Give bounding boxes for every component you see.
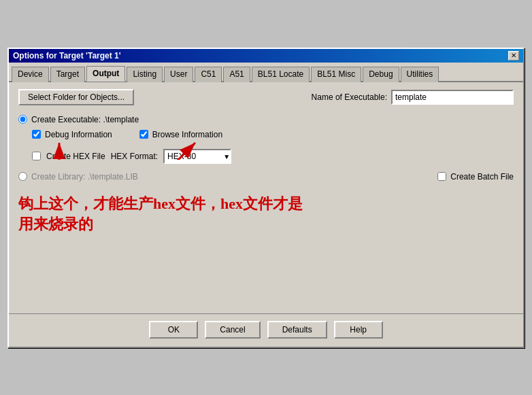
library-batch-section: Create Library: .\template.LIB Create Ba…: [18, 172, 514, 182]
top-row: Select Folder for Objects... Name of Exe…: [18, 89, 514, 105]
select-folder-button[interactable]: Select Folder for Objects...: [18, 89, 134, 105]
browse-info-checkbox[interactable]: [139, 130, 148, 139]
hex-format-row: Create HEX File HEX Format: HEX-80 HEX-3…: [32, 149, 514, 164]
cancel-button[interactable]: Cancel: [205, 321, 260, 339]
title-bar-buttons: ✕: [508, 51, 519, 61]
executable-name-input[interactable]: [391, 90, 514, 105]
create-executable-radio-row: Create Executable: .\template: [18, 115, 514, 124]
annotation-area: 钩上这个，才能生产hex文件，hex文件才是 用来烧录的: [18, 194, 514, 236]
title-bar: Options for Target 'Target 1' ✕: [9, 49, 523, 63]
create-library-label: Create Library: .\template.LIB: [31, 172, 138, 182]
create-batch-checkbox[interactable]: [437, 172, 446, 181]
tab-bar: Device Target Output Listing User C51 A5…: [9, 63, 523, 82]
dialog-window: Options for Target 'Target 1' ✕ Device T…: [7, 48, 525, 348]
content-area: Select Folder for Objects... Name of Exe…: [9, 82, 523, 313]
create-library-radio[interactable]: [18, 172, 27, 181]
debug-info-label: Debug Information: [45, 130, 112, 139]
tab-target[interactable]: Target: [50, 67, 85, 82]
create-executable-radio[interactable]: [18, 115, 27, 124]
tab-output[interactable]: Output: [86, 66, 125, 82]
hex-format-label: HEX Format:: [111, 152, 158, 161]
create-hex-checkbox[interactable]: [32, 152, 41, 160]
create-batch-label: Create Batch File: [450, 172, 514, 182]
tab-c51[interactable]: C51: [195, 67, 222, 82]
tab-bl51-misc[interactable]: BL51 Misc: [311, 67, 361, 82]
tab-device[interactable]: Device: [12, 67, 49, 82]
debug-info-checkbox[interactable]: [32, 130, 41, 139]
window-title: Options for Target 'Target 1': [13, 51, 121, 61]
tab-a51[interactable]: A51: [223, 67, 250, 82]
tab-listing[interactable]: Listing: [127, 67, 163, 82]
browse-info-row: Browse Information: [139, 130, 222, 139]
tab-bl51-locate[interactable]: BL51 Locate: [252, 67, 310, 82]
info-checkboxes: Debug Information Browse Information: [32, 130, 514, 143]
ok-button[interactable]: OK: [149, 321, 198, 339]
annotation-text: 钩上这个，才能生产hex文件，hex文件才是 用来烧录的: [18, 194, 514, 236]
create-batch-row: Create Batch File: [437, 172, 514, 182]
create-executable-section: Create Executable: .\template Debug Info…: [18, 115, 514, 164]
executable-name-label: Name of Executable:: [312, 92, 387, 102]
browse-info-label: Browse Information: [152, 130, 222, 139]
tab-utilities[interactable]: Utilities: [401, 67, 439, 82]
hex-format-select[interactable]: HEX-80 HEX-386: [163, 149, 231, 164]
hex-format-select-wrapper: HEX-80 HEX-386 ▼: [163, 149, 231, 164]
tab-debug[interactable]: Debug: [363, 67, 399, 82]
tab-user[interactable]: User: [164, 67, 193, 82]
debug-info-row: Debug Information: [32, 130, 112, 139]
defaults-button[interactable]: Defaults: [267, 321, 327, 339]
create-executable-label: Create Executable: .\template: [31, 115, 139, 124]
close-button[interactable]: ✕: [508, 51, 519, 61]
create-library-row: Create Library: .\template.LIB: [18, 172, 138, 182]
bottom-buttons-bar: OK Cancel Defaults Help: [9, 313, 523, 347]
create-hex-label: Create HEX File: [46, 152, 105, 161]
help-button[interactable]: Help: [334, 321, 383, 339]
executable-name-row: Name of Executable:: [312, 90, 514, 105]
